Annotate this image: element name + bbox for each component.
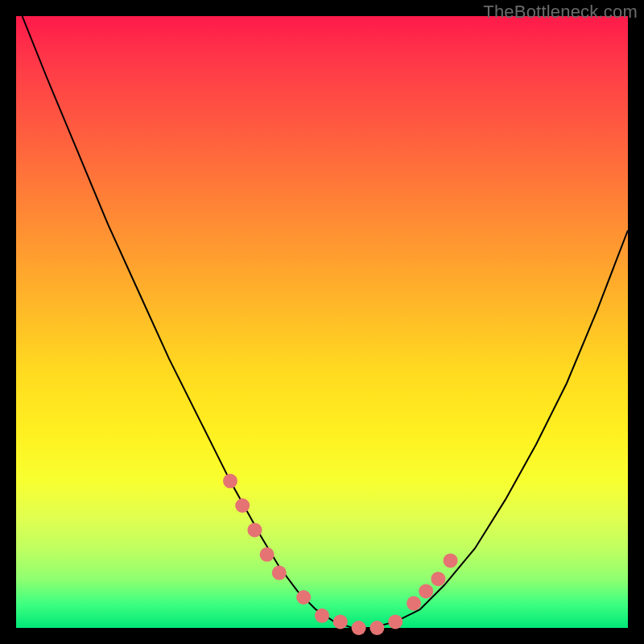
curve-path: [23, 16, 628, 628]
marker-dot: [247, 522, 262, 537]
marker-dot: [388, 614, 402, 629]
curve-layer: [16, 16, 628, 628]
watermark-text: TheBottleneck.com: [483, 2, 638, 23]
marker-dot: [272, 566, 287, 580]
marker-dot: [419, 584, 433, 598]
marker-dot: [431, 572, 445, 586]
marker-dot: [260, 547, 275, 562]
marker-dot: [352, 621, 366, 635]
marker-dot: [223, 474, 237, 489]
marker-dot: [369, 621, 384, 635]
marker-dot: [333, 614, 348, 629]
marker-dot: [407, 597, 421, 611]
marker-dot: [296, 590, 311, 605]
marker-dot: [235, 498, 250, 513]
bottleneck-curve: [23, 16, 628, 628]
marker-dots: [223, 474, 458, 635]
marker-dot: [315, 609, 329, 623]
marker-dot: [444, 553, 458, 568]
